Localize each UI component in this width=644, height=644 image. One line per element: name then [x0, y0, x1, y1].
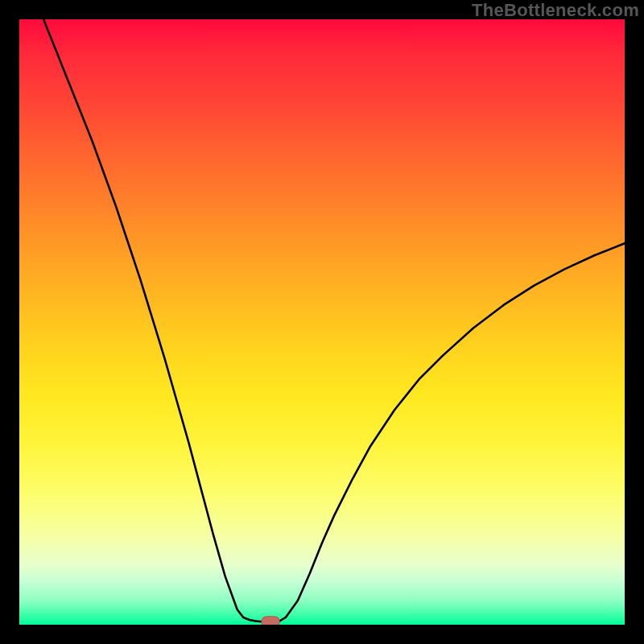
- plot-area: [19, 19, 625, 625]
- watermark-text: TheBottleneck.com: [472, 0, 639, 21]
- marker-pill-icon: [262, 617, 279, 625]
- optimal-marker: [19, 19, 625, 625]
- chart-frame: TheBottleneck.com: [0, 0, 644, 644]
